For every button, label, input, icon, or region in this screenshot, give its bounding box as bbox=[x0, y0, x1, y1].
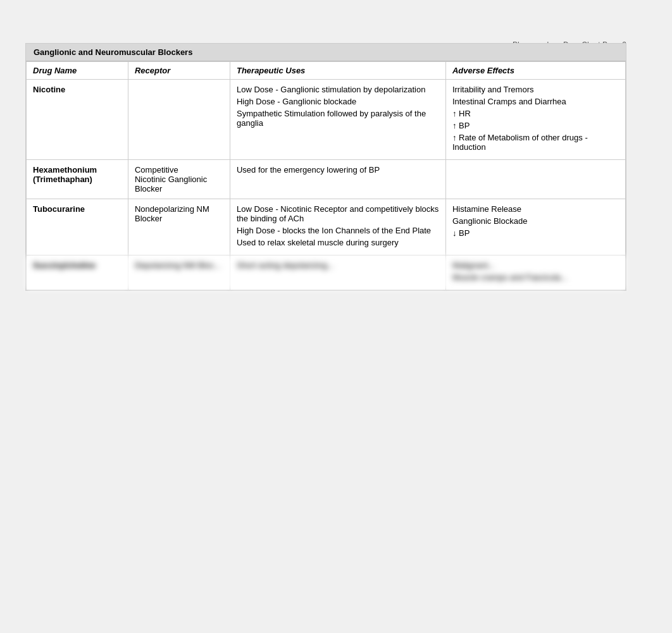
therapeutic-text: Low Dose - Ganglionic stimulation by dep… bbox=[237, 85, 439, 94]
table-row: Tubocurarine bbox=[27, 199, 128, 255]
adverse-text: ↑ Rate of Metabolism of other drugs - In… bbox=[452, 133, 619, 152]
receptor-text: Competitive bbox=[135, 165, 223, 175]
therapeutic-text: Used to relax skeletal muscle during sur… bbox=[237, 238, 439, 247]
adverse-cell bbox=[445, 160, 625, 199]
adverse-text: Histamine Release bbox=[452, 204, 619, 214]
adverse-cell: Malignant...Muscle cramps and Fascicula.… bbox=[445, 255, 625, 290]
receptor-cell bbox=[128, 80, 230, 160]
therapeutic-text: Short acting depolarizing... bbox=[237, 261, 439, 270]
receptor-text: Depolarizing NM Bloc... bbox=[135, 261, 223, 270]
table-row: Nicotine bbox=[27, 80, 128, 160]
therapeutic-cell: Short acting depolarizing... bbox=[230, 255, 445, 290]
therapeutic-text: Low Dose - Nicotinic Receptor and compet… bbox=[237, 204, 439, 223]
receptor-cell: Depolarizing NM Bloc... bbox=[128, 255, 230, 290]
header-receptor: Receptor bbox=[128, 62, 230, 80]
main-container: Ganglionic and Neuromuscular Blockers Dr… bbox=[25, 43, 626, 291]
table-title: Ganglionic and Neuromuscular Blockers bbox=[26, 44, 626, 61]
drug-name: Tubocurarine bbox=[33, 204, 85, 214]
adverse-text: ↑ BP bbox=[452, 121, 619, 130]
therapeutic-text: Sympathetic Stimulation followed by para… bbox=[237, 109, 439, 128]
receptor-cell: Nondepolarizing NM Blocker bbox=[128, 199, 230, 255]
adverse-text: Ganglionic Blockade bbox=[452, 216, 619, 226]
table-row: Succinylcholine bbox=[27, 255, 128, 290]
drug-name: Succinylcholine bbox=[33, 261, 96, 270]
adverse-text: Intestinal Cramps and Diarrhea bbox=[452, 97, 619, 106]
header-adverse: Adverse Effects bbox=[445, 62, 625, 80]
therapeutic-text: Used for the emergency lowering of BP bbox=[237, 165, 439, 175]
receptor-cell: CompetitiveNicotinic Ganglionic Blocker bbox=[128, 160, 230, 199]
adverse-text: Muscle cramps and Fascicula... bbox=[452, 273, 619, 282]
therapeutic-text: High Dose - Ganglionic blockade bbox=[237, 97, 439, 106]
header-drug-name: Drug Name bbox=[27, 62, 128, 80]
therapeutic-cell: Used for the emergency lowering of BP bbox=[230, 160, 445, 199]
drug-name: Nicotine bbox=[33, 85, 65, 94]
therapeutic-cell: Low Dose - Ganglionic stimulation by dep… bbox=[230, 80, 445, 160]
adverse-text: Malignant... bbox=[452, 261, 619, 270]
adverse-cell: Histamine ReleaseGanglionic Blockade↓ BP bbox=[445, 199, 625, 255]
adverse-text: Irritability and Tremors bbox=[452, 85, 619, 94]
receptor-text: Nondepolarizing NM Blocker bbox=[135, 204, 223, 223]
table-row: Hexamethonium (Trimethaphan) bbox=[27, 160, 128, 199]
drug-name: Hexamethonium (Trimethaphan) bbox=[33, 165, 97, 184]
therapeutic-text: High Dose - blocks the Ion Channels of t… bbox=[237, 226, 439, 235]
therapeutic-cell: Low Dose - Nicotinic Receptor and compet… bbox=[230, 199, 445, 255]
adverse-cell: Irritability and TremorsIntestinal Cramp… bbox=[445, 80, 625, 160]
adverse-text: ↑ HR bbox=[452, 109, 619, 118]
adverse-text: ↓ BP bbox=[452, 228, 619, 238]
header-therapeutic: Therapeutic Uses bbox=[230, 62, 445, 80]
drug-table: Drug Name Receptor Therapeutic Uses Adve… bbox=[26, 61, 626, 290]
receptor-text: Nicotinic Ganglionic Blocker bbox=[135, 175, 223, 194]
